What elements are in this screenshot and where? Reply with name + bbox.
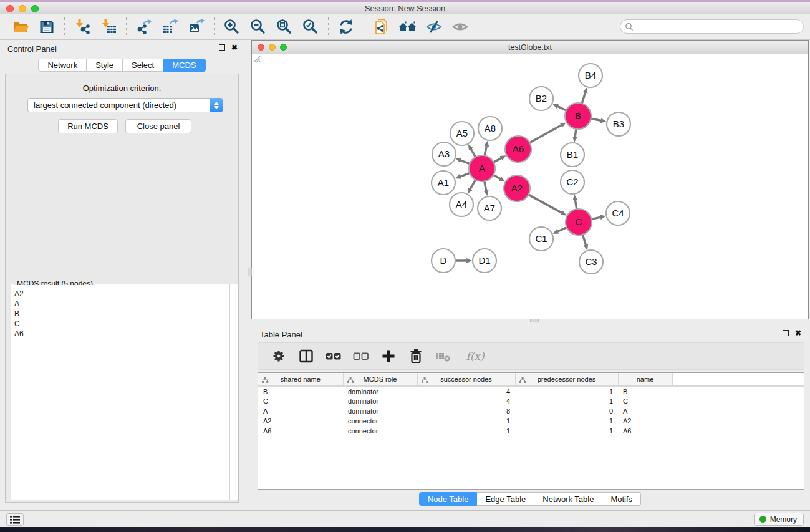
table-cell[interactable]: connector — [343, 416, 417, 426]
node-A6[interactable]: A6 — [505, 136, 531, 162]
mcds-result-item[interactable]: C — [14, 319, 226, 329]
task-history-button[interactable] — [6, 513, 24, 526]
zoom-fit-button[interactable] — [274, 16, 295, 37]
save-session-button[interactable] — [36, 16, 57, 37]
tab-node-table[interactable]: Node Table — [419, 492, 478, 506]
table-cell[interactable]: A2 — [258, 416, 343, 426]
table-cell[interactable]: dominator — [343, 386, 417, 396]
node-B3[interactable]: B3 — [607, 112, 630, 136]
import-network-button[interactable] — [72, 16, 93, 37]
node-A8[interactable]: A8 — [478, 117, 502, 140]
deselect-all-button[interactable] — [352, 347, 370, 365]
table-cell[interactable]: 1 — [515, 396, 618, 406]
table-row[interactable]: Bdominator41B — [258, 386, 804, 396]
network-canvas[interactable]: AA1A2A3A4A5A6A7A8BB1B2B3B4CC1C2C3C4DD1 — [252, 54, 808, 319]
mcds-result-list[interactable]: A2ABCA6 — [12, 285, 229, 499]
close-table-panel-icon[interactable]: ✖ — [795, 330, 801, 336]
table-cell[interactable]: A — [258, 406, 343, 416]
node-A5[interactable]: A5 — [450, 122, 474, 145]
table-cell[interactable]: 0 — [515, 406, 618, 416]
zoom-out-button[interactable] — [248, 16, 269, 37]
export-image-button[interactable] — [186, 16, 207, 37]
node-B4[interactable]: B4 — [579, 64, 602, 87]
tab-motifs[interactable]: Motifs — [602, 492, 641, 506]
node-A3[interactable]: A3 — [432, 142, 456, 166]
node-A7[interactable]: A7 — [478, 196, 501, 220]
table-row[interactable]: A2connector11A2 — [258, 416, 804, 426]
select-all-button[interactable] — [324, 347, 343, 365]
table-cell[interactable]: B — [618, 386, 672, 396]
node-A2[interactable]: A2 — [504, 175, 530, 201]
tab-network-table[interactable]: Network Table — [534, 492, 602, 506]
table-cell[interactable]: 4 — [417, 396, 515, 406]
refresh-button[interactable] — [335, 16, 357, 37]
horizontal-scroll-thumb[interactable] — [530, 319, 539, 322]
column-header-mcds-role[interactable]: MCDS role — [343, 373, 417, 386]
create-column-button[interactable] — [379, 347, 398, 365]
delete-table-button[interactable] — [434, 347, 453, 365]
node-table[interactable]: shared nameMCDS rolesuccessor nodesprede… — [258, 372, 804, 490]
node-B2[interactable]: B2 — [529, 87, 553, 110]
table-cell[interactable]: C — [618, 396, 672, 406]
float-panel-icon[interactable] — [219, 44, 225, 51]
table-cell[interactable]: C — [258, 396, 343, 406]
close-panel-button[interactable]: Close panel — [125, 119, 191, 133]
table-cell[interactable]: A2 — [618, 416, 672, 426]
tab-edge-table[interactable]: Edge Table — [477, 492, 534, 506]
zoom-selected-button[interactable] — [300, 16, 321, 37]
node-D1[interactable]: D1 — [473, 249, 496, 273]
mcds-list-scrollbar[interactable] — [229, 284, 238, 500]
node-C2[interactable]: C2 — [561, 170, 584, 194]
export-network-button[interactable] — [133, 16, 155, 37]
show-graphics-details-button[interactable] — [450, 16, 471, 37]
search-input[interactable] — [636, 21, 803, 32]
vertical-scroll-thumb[interactable] — [248, 268, 252, 276]
table-cell[interactable]: 1 — [515, 386, 618, 396]
mcds-result-item[interactable]: B — [14, 309, 226, 319]
node-D[interactable]: D — [432, 249, 455, 273]
edge-A2-C[interactable] — [528, 194, 562, 213]
table-cell[interactable]: 8 — [417, 406, 515, 416]
show-columns-button[interactable] — [297, 347, 316, 365]
search-field[interactable] — [620, 19, 804, 34]
table-settings-button[interactable] — [269, 347, 288, 365]
table-cell[interactable]: A6 — [258, 426, 343, 436]
node-C[interactable]: C — [566, 209, 592, 235]
tab-select[interactable]: Select — [123, 59, 163, 72]
node-C4[interactable]: C4 — [606, 201, 630, 225]
edge-A6-B[interactable] — [529, 125, 562, 143]
mcds-result-item[interactable]: A2 — [14, 289, 226, 299]
node-A1[interactable]: A1 — [432, 171, 455, 195]
table-cell[interactable]: connector — [343, 426, 417, 436]
column-header-predecessor-nodes[interactable]: predecessor nodes — [515, 373, 618, 386]
node-B[interactable]: B — [565, 103, 591, 129]
open-file-button[interactable] — [10, 16, 31, 37]
node-C1[interactable]: C1 — [529, 227, 553, 251]
table-cell[interactable]: 4 — [417, 386, 515, 396]
node-C3[interactable]: C3 — [579, 250, 603, 274]
table-cell[interactable]: A — [618, 406, 672, 416]
delete-column-button[interactable] — [407, 347, 425, 365]
table-cell[interactable]: 1 — [515, 416, 618, 426]
table-cell[interactable]: dominator — [343, 396, 417, 406]
table-cell[interactable]: 1 — [515, 426, 618, 436]
table-cell[interactable]: B — [258, 386, 343, 396]
run-mcds-button[interactable]: Run MCDS — [58, 119, 118, 133]
tab-style[interactable]: Style — [87, 59, 123, 72]
node-B1[interactable]: B1 — [561, 143, 584, 167]
edge-B-B4[interactable] — [582, 92, 586, 105]
new-network-from-selection-button[interactable] — [371, 16, 392, 37]
column-header-name[interactable]: name — [618, 373, 672, 386]
zoom-in-button[interactable] — [221, 16, 243, 37]
table-cell[interactable]: dominator — [343, 406, 417, 416]
hide-graphics-details-button[interactable] — [423, 16, 445, 37]
table-cell[interactable]: 1 — [417, 426, 515, 436]
memory-button[interactable]: Memory — [754, 513, 804, 526]
node-A[interactable]: A — [469, 155, 495, 181]
network-window-titlebar[interactable]: testGlobe.txt — [252, 41, 808, 54]
export-table-button[interactable] — [160, 16, 181, 37]
resize-grip-icon[interactable] — [252, 54, 261, 63]
home-button[interactable] — [397, 16, 418, 37]
mcds-result-item[interactable]: A6 — [14, 329, 226, 339]
criterion-dropdown[interactable]: largest connected component (directed) — [27, 98, 223, 112]
